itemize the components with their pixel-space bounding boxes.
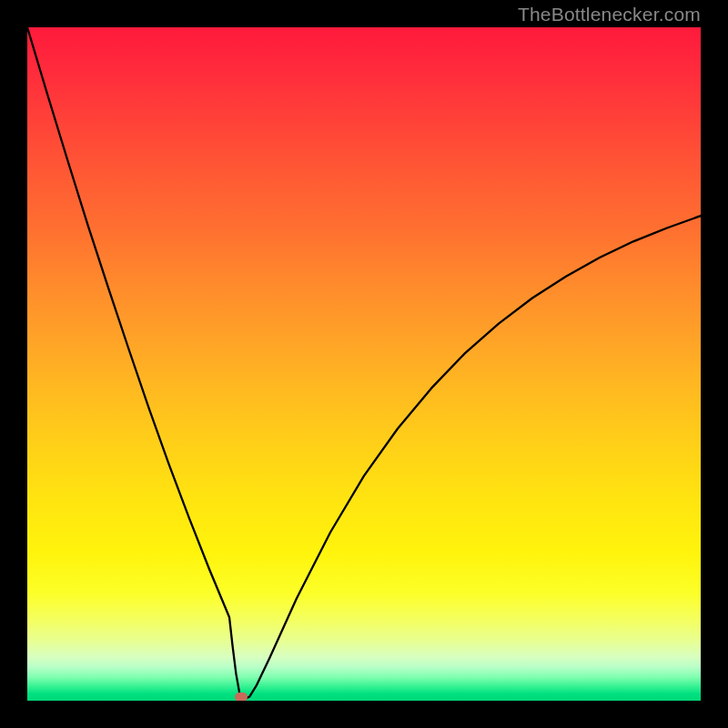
watermark-text: TheBottlenecker.com bbox=[518, 4, 701, 25]
chart-frame: TheBottlenecker.com bbox=[0, 0, 728, 728]
plot-area bbox=[27, 27, 701, 701]
bottleneck-curve bbox=[27, 27, 701, 700]
curve-layer bbox=[27, 27, 701, 701]
optimal-point-marker bbox=[235, 693, 248, 701]
